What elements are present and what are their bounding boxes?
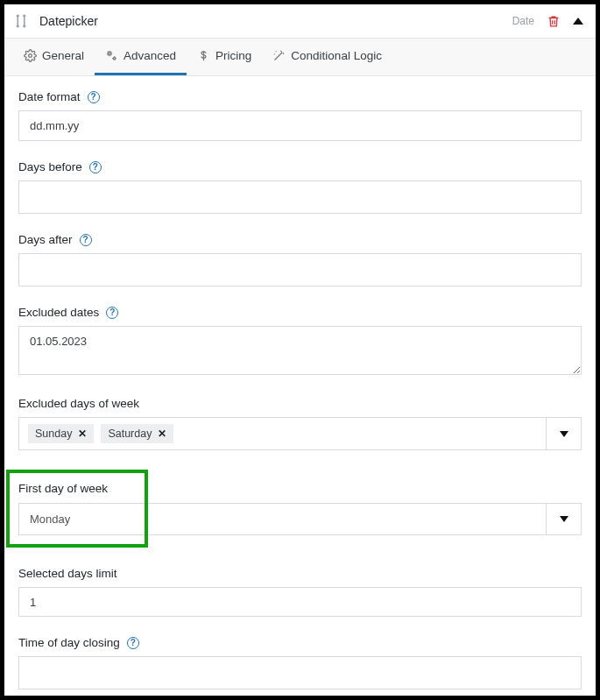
tab-advanced[interactable]: Advanced: [95, 39, 187, 75]
chip-label: Sunday: [35, 428, 72, 440]
field-selected-days-limit: Selected days limit: [18, 567, 582, 617]
help-icon[interactable]: ?: [89, 161, 102, 173]
input-days-before[interactable]: [18, 180, 582, 214]
tabs: General Advanced Pricing Conditional Log…: [4, 39, 596, 76]
tab-conditional[interactable]: Conditional Logic: [262, 39, 392, 75]
field-time-of-day-closing: Time of day closing ?: [18, 636, 582, 689]
label-first-day: First day of week: [18, 482, 108, 495]
help-icon[interactable]: ?: [106, 307, 118, 319]
help-icon[interactable]: ?: [88, 91, 100, 103]
label-days-after: Days after: [18, 233, 73, 246]
dollar-icon: [197, 49, 210, 62]
gear-icon: [24, 49, 37, 62]
input-date-format[interactable]: [18, 110, 582, 141]
svg-point-1: [109, 53, 111, 55]
field-days-before: Days before ?: [18, 160, 582, 214]
tab-general-label: General: [42, 49, 84, 62]
help-icon[interactable]: ?: [127, 637, 139, 649]
highlight-box: First day of week: [6, 470, 148, 548]
chip-remove-icon[interactable]: ✕: [158, 428, 166, 440]
dropdown-toggle[interactable]: [546, 418, 581, 449]
panel-title: Datepicker: [39, 14, 98, 28]
chip-label: Saturday: [108, 428, 152, 440]
field-date-format: Date format ?: [18, 90, 582, 141]
tab-general[interactable]: General: [13, 39, 95, 75]
collapse-icon[interactable]: [573, 18, 583, 25]
wand-icon: [272, 49, 286, 62]
multiselect-excluded-days[interactable]: Sunday ✕ Saturday ✕: [19, 418, 546, 449]
label-selected-days-limit: Selected days limit: [18, 567, 117, 580]
field-days-after: Days after ?: [18, 233, 582, 286]
chip-remove-icon[interactable]: ✕: [78, 428, 87, 440]
field-type-label: Date: [512, 15, 534, 27]
tab-pricing-label: Pricing: [215, 49, 251, 62]
input-time-closing[interactable]: [18, 656, 582, 689]
chip-sunday: Sunday ✕: [28, 424, 94, 443]
label-date-format: Date format: [18, 90, 81, 103]
label-time-closing: Time of day closing: [18, 636, 120, 649]
svg-point-0: [29, 54, 32, 58]
field-first-day-of-week: First day of week Monday: [18, 470, 582, 548]
help-icon[interactable]: ?: [80, 234, 92, 246]
input-days-after[interactable]: [18, 253, 582, 286]
label-excluded-dates: Excluded dates: [18, 306, 99, 319]
drag-handle-icon[interactable]: [13, 13, 29, 29]
trash-icon[interactable]: [547, 14, 561, 29]
chevron-down-icon: [560, 516, 568, 522]
chevron-down-icon: [560, 431, 568, 437]
chip-saturday: Saturday ✕: [101, 424, 173, 443]
tab-conditional-label: Conditional Logic: [291, 49, 382, 62]
dropdown-toggle[interactable]: [546, 504, 581, 534]
field-excluded-dates: Excluded dates ? 01.05.2023: [18, 306, 582, 378]
label-excluded-days: Excluded days of week: [18, 397, 139, 410]
gears-icon: [105, 49, 118, 62]
settings-content: Date format ? Days before ? Days after ?…: [4, 76, 596, 696]
panel-header: Datepicker Date: [4, 4, 596, 39]
tab-advanced-label: Advanced: [124, 49, 176, 62]
input-excluded-dates[interactable]: 01.05.2023: [18, 326, 582, 375]
tab-pricing[interactable]: Pricing: [187, 39, 262, 75]
input-selected-days-limit[interactable]: [18, 587, 582, 617]
label-days-before: Days before: [18, 160, 82, 173]
svg-point-2: [113, 57, 116, 60]
field-excluded-days: Excluded days of week Sunday ✕ Saturday …: [18, 397, 582, 450]
